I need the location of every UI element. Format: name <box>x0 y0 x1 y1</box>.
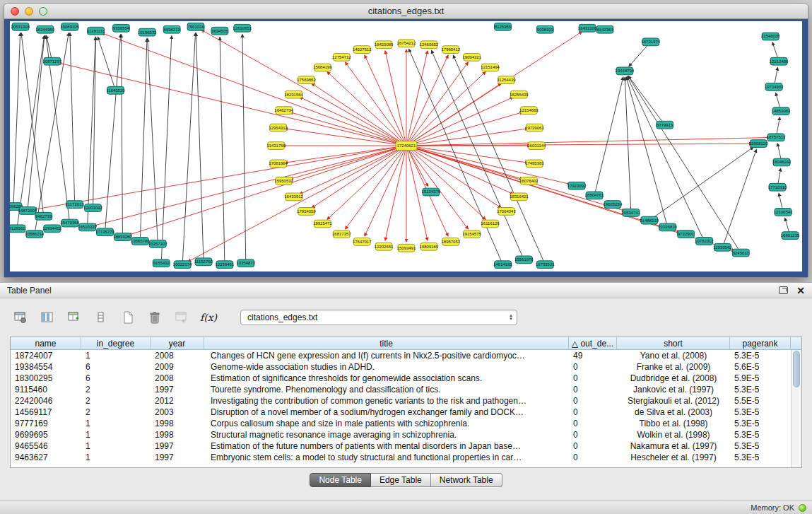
network-node[interactable]: 12954312 <box>269 124 288 132</box>
network-node[interactable]: 16809169 <box>420 243 439 250</box>
network-node[interactable]: 16801235 <box>781 232 800 240</box>
network-node[interactable]: 16046242 <box>772 158 792 166</box>
network-node[interactable]: 10781012 <box>695 238 714 245</box>
column-header-year[interactable]: year <box>151 337 204 349</box>
zoom-window-button[interactable] <box>39 7 47 16</box>
network-node[interactable]: 15561976 <box>514 256 534 264</box>
network-node[interactable]: 17647017 <box>353 238 372 246</box>
network-node[interactable]: 18231564 <box>284 90 303 98</box>
network-node[interactable]: 10022174 <box>173 261 192 269</box>
network-node[interactable]: 17064343 <box>497 208 516 216</box>
vertical-scrollbar[interactable] <box>791 350 801 467</box>
network-node[interactable]: 15093491 <box>397 244 416 252</box>
close-panel-icon[interactable]: ✕ <box>796 286 805 295</box>
network-node[interactable]: 18731374 <box>642 38 661 46</box>
network-node[interactable]: 18244950 <box>36 25 55 33</box>
network-node[interactable]: 9634505 <box>211 27 228 35</box>
network-node[interactable]: 16733521 <box>536 261 555 269</box>
table-row[interactable]: 1872400712008Changes of HCN gene express… <box>11 350 791 361</box>
network-node[interactable]: 10196532 <box>138 28 157 36</box>
network-node[interactable]: 12151494 <box>481 64 500 71</box>
network-node[interactable]: 8125955 <box>495 23 512 30</box>
network-node[interactable]: 20534741 <box>622 209 641 217</box>
tab-node-table[interactable]: Node Table <box>310 473 371 487</box>
network-node[interactable]: 11381111 <box>87 27 105 35</box>
close-window-button[interactable] <box>11 7 19 16</box>
network-node[interactable]: 12213486 <box>770 57 789 65</box>
table-selector-dropdown[interactable]: citations_edges.txt ▲▼ <box>240 310 517 325</box>
scrollbar-thumb[interactable] <box>793 351 800 387</box>
network-node[interactable]: 12754712 <box>332 53 351 61</box>
network-node[interactable]: 9356554 <box>112 24 129 32</box>
network-node[interactable]: 22336810 <box>658 223 677 231</box>
table-row[interactable]: 1830029562008Estimation of significance … <box>11 373 791 384</box>
network-node[interactable]: 18757513 <box>767 134 786 141</box>
network-node[interactable]: 21172613 <box>66 201 85 209</box>
network-node[interactable]: 12154669 <box>519 107 539 115</box>
network-node[interactable]: 9732901 <box>678 230 695 238</box>
column-header-name[interactable]: name <box>11 337 81 349</box>
network-node[interactable]: 12100543 <box>774 209 793 216</box>
network-node[interactable]: 19154575 <box>462 230 481 238</box>
function-builder-icon[interactable]: f(x) <box>198 309 219 326</box>
network-node[interactable]: 7901024 <box>187 23 204 30</box>
table-row[interactable]: 946554611997Estimation of the future num… <box>11 440 791 452</box>
network-node[interactable]: 18804761 <box>585 192 604 199</box>
network-node[interactable]: 9155432 <box>153 259 170 267</box>
network-node[interactable]: 17485383 <box>525 160 544 168</box>
network-node[interactable]: 19094321 <box>462 53 481 61</box>
network-node[interactable]: 11840510 <box>106 86 125 94</box>
network-node[interactable]: 17569863 <box>297 76 316 84</box>
network-node[interactable]: 19739063 <box>525 124 544 132</box>
delete-table-icon[interactable] <box>144 309 165 326</box>
network-node[interactable]: 9038101 <box>536 25 553 33</box>
network-node[interactable]: 12202651 <box>375 243 394 250</box>
table-row[interactable]: 969969511998Structural magnetic resonanc… <box>11 429 791 440</box>
row-options-icon[interactable] <box>90 309 112 326</box>
new-table-icon[interactable] <box>117 309 139 326</box>
network-node[interactable]: 20531306 <box>11 23 30 30</box>
network-node[interactable]: 9245012 <box>732 249 749 257</box>
network-node[interactable]: 12239461 <box>216 261 235 269</box>
network-node[interactable]: 19565780 <box>131 238 150 245</box>
network-node[interactable]: 17240621 <box>396 141 417 151</box>
column-header-in_degree[interactable]: in_degree <box>81 337 151 349</box>
network-node[interactable]: 18925471 <box>313 220 332 228</box>
network-node[interactable]: 14527612 <box>353 46 372 54</box>
network-node[interactable]: 21488219 <box>640 216 659 224</box>
network-node[interactable]: 17710310 <box>768 183 787 191</box>
network-node[interactable]: 18957053 <box>442 238 461 246</box>
tab-edge-table[interactable]: Edge Table <box>371 473 431 487</box>
network-node[interactable]: 22003042 <box>83 204 102 212</box>
import-table-icon[interactable] <box>171 309 192 326</box>
table-row[interactable]: 946362711997Embryonic stem cells: a mode… <box>11 452 791 463</box>
network-node[interactable]: 16116126 <box>481 220 500 228</box>
network-node[interactable]: 13354872 <box>237 259 256 267</box>
table-row[interactable]: 977716911998Corpus callosum shape and si… <box>11 418 791 429</box>
network-node[interactable]: 17135279 <box>95 228 114 236</box>
network-node[interactable]: 16076402 <box>519 177 539 185</box>
network-node[interactable]: 18839280 <box>113 233 132 241</box>
network-node[interactable]: 8128961 <box>10 225 25 233</box>
network-node[interactable]: 12610651 <box>233 24 252 32</box>
network-node[interactable]: 17923092 <box>567 182 587 189</box>
network-node[interactable]: 19448794 <box>616 67 635 75</box>
network-node[interactable]: 11431756 <box>267 142 286 150</box>
network-node[interactable]: 20357307 <box>148 240 167 248</box>
table-row[interactable]: 911546021997Tourette syndrome. Phenomeno… <box>11 384 791 395</box>
network-node[interactable]: 17985412 <box>442 46 461 54</box>
network-node[interactable]: 11930542 <box>713 243 731 251</box>
network-node[interactable]: 17081984 <box>269 160 288 168</box>
network-node[interactable]: 19734903 <box>765 83 784 91</box>
network-node[interactable]: 8698212 <box>163 25 180 33</box>
show-table-settings-icon[interactable] <box>10 309 31 326</box>
network-node[interactable]: 16255439 <box>510 90 529 98</box>
network-node[interactable]: 11152760 <box>194 258 213 266</box>
table-row[interactable]: 2242004622012Investigating the contribut… <box>11 395 791 407</box>
column-header-out_de[interactable]: △ out_de... <box>569 337 617 349</box>
tab-network-table[interactable]: Network Table <box>431 473 502 487</box>
network-node[interactable]: 18420089 <box>375 41 394 49</box>
minimize-window-button[interactable] <box>25 7 33 16</box>
network-node[interactable]: 15134575 <box>422 188 441 196</box>
network-node[interactable]: 15089105 <box>60 23 79 30</box>
